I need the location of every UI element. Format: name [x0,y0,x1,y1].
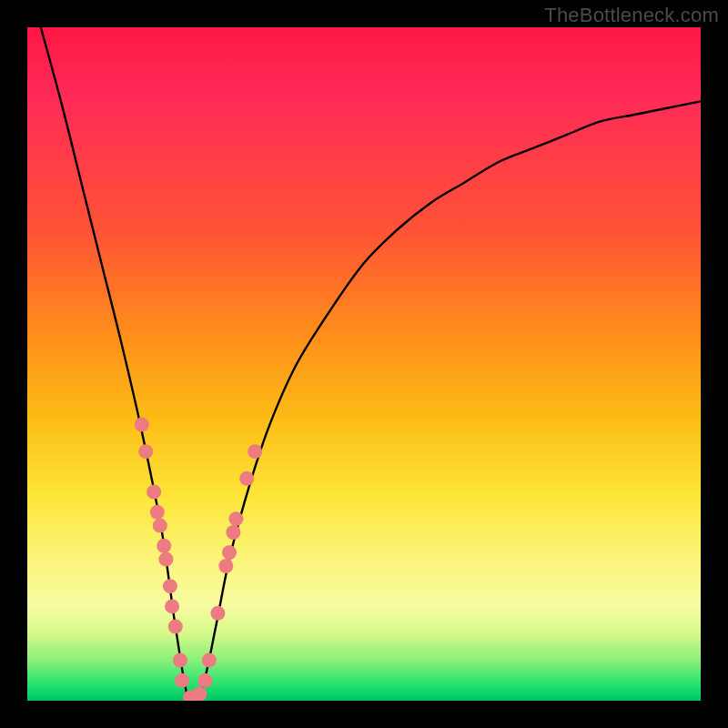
highlight-dot [138,444,153,459]
highlight-dot [165,599,179,613]
highlight-dot [147,485,161,500]
highlight-dot [218,559,233,573]
highlight-dot [157,539,171,553]
watermark-text: TheBottleneck.com [544,4,719,27]
highlight-dot [163,579,177,593]
highlight-dot [135,418,149,432]
highlight-dot [150,505,165,520]
highlight-dot [210,606,225,621]
highlight-dot [228,511,243,526]
highlight-dot [222,545,237,560]
highlight-dot [173,653,187,668]
plot-area [27,27,701,701]
curve-line [41,27,701,701]
highlight-dot [168,620,183,634]
highlight-dot [239,471,254,486]
highlight-dots [135,418,262,701]
chart-svg [27,27,701,701]
highlight-dot [158,552,173,567]
highlight-dot [175,673,189,688]
highlight-dot [226,525,240,540]
highlight-dot [153,519,167,533]
chart-frame: TheBottleneck.com [0,0,728,728]
highlight-dot [202,653,217,668]
bottleneck-curve [41,27,701,701]
highlight-dot [197,673,212,688]
highlight-dot [248,444,262,459]
highlight-dot [192,687,207,701]
